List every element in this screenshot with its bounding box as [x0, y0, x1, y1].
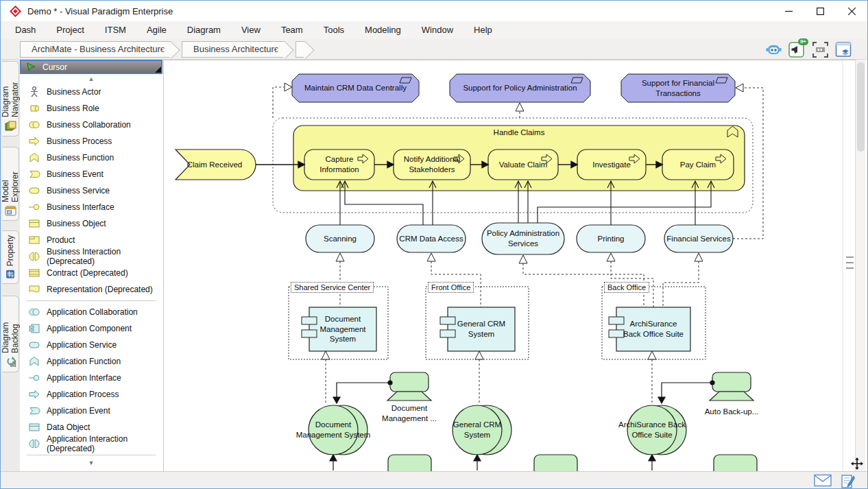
cursor-corner-handle	[155, 67, 161, 73]
node-document-management-system[interactable]	[309, 405, 367, 455]
menu-diagram[interactable]: Diagram	[177, 21, 231, 39]
service-policy-administration[interactable]	[482, 223, 564, 254]
palette-item-application-interaction[interactable]: Application Interaction (Deprecated)	[20, 436, 162, 452]
tab-diagram-navigator[interactable]: Diagram Navigator	[2, 61, 19, 136]
pan-tool-icon[interactable]	[851, 457, 863, 470]
ai-assistant-icon[interactable]	[765, 41, 782, 58]
palette-list: ▲ Business Actor Business Role Business …	[20, 74, 162, 468]
palette-item-business-service[interactable]: Business Service	[20, 182, 162, 199]
palette-item-business-actor[interactable]: Business Actor	[20, 84, 162, 100]
menu-project[interactable]: Project	[46, 21, 94, 39]
panel-layout-icon[interactable]	[835, 41, 852, 58]
partial-node-shape[interactable]	[534, 455, 577, 472]
palette-item-application-collaboration[interactable]: Application Collaboration	[20, 304, 162, 320]
palette-item-business-role[interactable]: Business Role	[20, 100, 162, 117]
component-general-crm-system[interactable]	[440, 307, 515, 351]
goal-support-financial-transactions[interactable]	[621, 74, 735, 102]
process-capture-information[interactable]	[304, 150, 374, 180]
palette-item-product[interactable]: Product	[20, 232, 162, 248]
breadcrumb-model[interactable]: ArchiMate - Business Architecture	[20, 41, 171, 58]
service-crm-data-access[interactable]	[397, 225, 466, 252]
palette-item-contract[interactable]: Contract (Deprecated)	[20, 265, 162, 281]
goal-maintain-crm-data-centrally[interactable]	[292, 74, 419, 102]
component-document-management-system[interactable]	[302, 307, 376, 351]
process-investigate[interactable]	[577, 150, 646, 180]
palette-item-business-object[interactable]: Business Object	[20, 215, 162, 232]
breadcrumb-tail	[296, 41, 305, 58]
panel-splitter-grip[interactable]	[846, 257, 854, 273]
service-printing[interactable]	[577, 225, 645, 252]
partial-node-shape[interactable]	[714, 455, 757, 472]
breadcrumb-diagram[interactable]: Business Architecture	[182, 41, 285, 58]
process-pay-claim[interactable]	[662, 150, 734, 180]
process-notify-additional-stakeholders[interactable]	[394, 150, 470, 180]
cursor-tool[interactable]: Cursor	[20, 60, 162, 74]
device-auto-backup[interactable]	[710, 372, 754, 401]
palette-item-application-component[interactable]: Application Component	[20, 320, 162, 337]
palette-item-application-event[interactable]: Application Event	[20, 403, 162, 419]
component-tab-icon	[440, 330, 455, 337]
cursor-label: Cursor	[43, 62, 67, 72]
palette-item-business-process[interactable]: Business Process	[20, 133, 162, 150]
goal-support-policy-administration[interactable]	[450, 74, 590, 102]
menu-bar: Dash Project ITSM Agile Diagram View Tea…	[1, 21, 867, 39]
node-realization-arrowheads	[322, 351, 656, 359]
vertical-scrollbar[interactable]	[855, 60, 865, 471]
shape-palette: Cursor ▲ Business Actor Business Role Bu…	[20, 60, 164, 471]
menu-dash[interactable]: Dash	[5, 21, 46, 39]
announcement-badge: 9+	[798, 38, 808, 45]
minimize-button[interactable]	[773, 1, 804, 21]
menu-tools[interactable]: Tools	[313, 21, 354, 39]
palette-item-business-collaboration[interactable]: Business Collaboration	[20, 117, 162, 133]
message-icon[interactable]	[814, 474, 832, 487]
fit-selection-icon[interactable]	[812, 41, 829, 58]
close-button[interactable]	[836, 1, 867, 21]
component-tab-icon	[440, 317, 455, 324]
menu-view[interactable]: View	[231, 21, 271, 39]
tab-model-explorer[interactable]: Model Explorer	[2, 147, 19, 221]
event-claim-received[interactable]	[176, 150, 256, 180]
side-tab-strip: Diagram Navigator Model Explorer Propert…	[1, 60, 20, 471]
tab-property[interactable]: Property	[2, 230, 19, 284]
menu-team[interactable]: Team	[271, 21, 313, 39]
bottom-connectors	[330, 455, 655, 470]
node-archisurance-back-office-suite[interactable]	[627, 405, 686, 455]
palette-separator	[27, 455, 156, 455]
palette-item-business-function[interactable]: Business Function	[20, 150, 162, 166]
diagram-canvas[interactable]: Maintain CRM Data Centrally Support for …	[164, 60, 855, 471]
node-general-crm-system[interactable]	[453, 405, 511, 455]
node-realization-connectors	[326, 359, 652, 403]
palette-item-data-object[interactable]: Data Object	[20, 419, 162, 436]
partial-node-shape[interactable]	[388, 455, 431, 472]
palette-separator	[27, 300, 156, 301]
palette-item-application-service[interactable]: Application Service	[20, 337, 162, 353]
palette-item-application-process[interactable]: Application Process	[20, 386, 162, 403]
process-valuate-claim[interactable]	[488, 150, 558, 180]
palette-item-business-interface[interactable]: Business Interface	[20, 199, 162, 215]
window-title: Demo * - Visual Paradigm Enterprise	[27, 6, 173, 16]
window-controls	[773, 1, 867, 21]
menu-itsm[interactable]: ITSM	[95, 21, 136, 39]
palette-item-business-interaction[interactable]: Business Interaction (Deprecated)	[20, 248, 162, 265]
palette-item-representation[interactable]: Representation (Deprecated)	[20, 281, 162, 298]
menu-help[interactable]: Help	[463, 21, 503, 39]
notes-icon[interactable]	[841, 474, 855, 488]
service-financial-services[interactable]	[664, 225, 733, 252]
tab-diagram-backlog[interactable]: Diagram Backlog	[2, 296, 19, 372]
palette-item-application-function[interactable]: Application Function	[20, 353, 162, 370]
palette-scroll-down[interactable]: ▼	[20, 458, 162, 468]
menu-modeling[interactable]: Modeling	[354, 21, 411, 39]
palette-item-application-interface[interactable]: Application Interface	[20, 370, 162, 386]
realization-arrowhead	[285, 83, 292, 91]
announcement-icon[interactable]: 9+	[788, 41, 806, 58]
component-tab-icon	[609, 317, 624, 324]
palette-scroll-up[interactable]: ▲	[20, 74, 162, 84]
service-scanning[interactable]	[306, 225, 374, 252]
palette-item-business-event[interactable]: Business Event	[20, 166, 162, 182]
menu-agile[interactable]: Agile	[136, 21, 177, 39]
component-archisurance-back-office-suite[interactable]	[609, 307, 690, 351]
scrollbar-thumb[interactable]	[857, 62, 865, 152]
device-document-management[interactable]	[387, 372, 431, 401]
maximize-button[interactable]	[804, 1, 836, 21]
menu-window[interactable]: Window	[411, 21, 463, 39]
